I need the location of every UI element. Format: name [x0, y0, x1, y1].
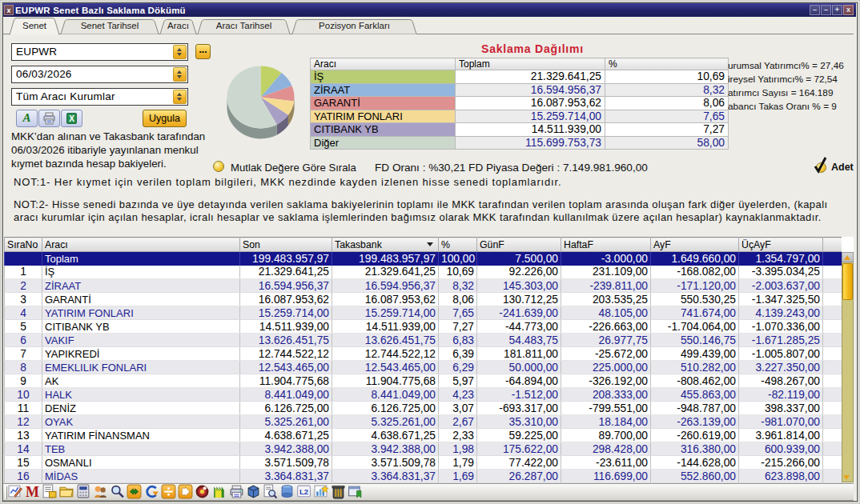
svg-text:X: X: [69, 114, 74, 123]
svg-text:L2: L2: [299, 487, 308, 496]
svg-text:M: M: [26, 484, 39, 499]
